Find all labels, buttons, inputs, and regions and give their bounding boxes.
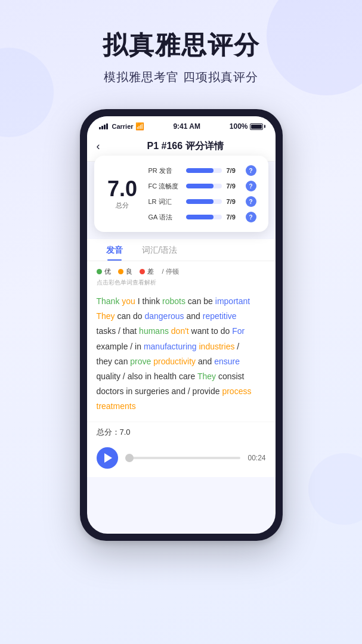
score-row: GA 语法 7/9 ?: [148, 212, 256, 222]
transcript-word: and: [196, 357, 214, 366]
battery-percent: 100%: [230, 122, 248, 131]
status-time: 9:41 AM: [173, 122, 200, 131]
transcript-word: /: [128, 342, 135, 351]
legend-dot: [97, 269, 102, 274]
score-row-label: FC 流畅度: [148, 182, 181, 191]
help-icon[interactable]: ?: [246, 196, 256, 207]
signal-bar-4: [106, 123, 108, 129]
transcript-word[interactable]: don't: [171, 326, 189, 336]
status-right: 100%: [230, 122, 264, 131]
help-icon[interactable]: ?: [246, 212, 256, 222]
legend-item: 优: [97, 267, 111, 276]
transcript-word[interactable]: humans: [139, 326, 169, 336]
score-row-label: GA 语法: [148, 213, 181, 222]
transcript-word: tasks: [97, 326, 116, 336]
legend-item: 良: [118, 267, 132, 276]
phone-container: Carrier 📶 9:41 AM 100% ‹ P1 #166 评分详情: [0, 97, 362, 559]
transcript-word[interactable]: prove: [130, 357, 151, 366]
transcript-word[interactable]: ensure: [214, 357, 240, 366]
status-left: Carrier 📶: [99, 122, 144, 131]
score-bar-container: [186, 215, 222, 219]
score-value: 7/9: [227, 198, 241, 205]
audio-progress-bar[interactable]: [125, 457, 241, 459]
score-card-inner: 7.0 总分 PR 发音 7/9 ? FC 流畅度 7/9 ? LR 词汇 7/…: [106, 165, 256, 222]
bottom-score: 总分：7.0: [87, 422, 276, 441]
transcript-word[interactable]: dangerous: [144, 311, 184, 321]
legend-dot: [140, 269, 145, 274]
transcript-word[interactable]: you: [122, 296, 135, 306]
transcript-word: want to do: [189, 326, 232, 336]
main-title: 拟真雅思评分: [12, 29, 350, 62]
transcript-word: and: [184, 311, 203, 321]
legend-row: 优良差/ 停顿: [87, 261, 276, 277]
legend-label: 差: [147, 267, 154, 276]
transcript-word[interactable]: For: [232, 326, 245, 336]
score-bar-fill: [186, 184, 214, 188]
transcript-word: they: [97, 357, 112, 366]
transcript-word[interactable]: robots: [162, 296, 185, 306]
transcript-word[interactable]: They: [97, 311, 115, 321]
total-score-section: 7.0 总分: [106, 178, 139, 210]
score-row: FC 流畅度 7/9 ?: [148, 181, 256, 191]
score-bar-fill: [186, 168, 214, 173]
header-section: 拟真雅思评分 模拟雅思考官 四项拟真评分: [0, 0, 362, 97]
tab-item[interactable]: 发音: [97, 239, 132, 261]
play-button[interactable]: [97, 447, 118, 469]
transcript-word[interactable]: important: [215, 296, 250, 306]
score-rows: PR 发音 7/9 ? FC 流畅度 7/9 ? LR 词汇 7/9 ? GA …: [148, 165, 256, 222]
transcript-word: can: [112, 357, 130, 366]
legend-label: 良: [126, 267, 132, 276]
tabs-row: 发音词汇/语法: [87, 239, 276, 261]
transcript-word[interactable]: treatments: [97, 401, 136, 411]
transcript-word: also: [128, 371, 143, 381]
score-value: 7/9: [227, 167, 241, 174]
signal-bar-3: [104, 125, 106, 129]
score-row-label: LR 词汇: [148, 197, 181, 206]
transcript-word: /: [234, 342, 239, 351]
transcript-word: that: [123, 326, 137, 336]
help-icon[interactable]: ?: [246, 181, 256, 191]
transcript-word: /: [116, 326, 123, 336]
transcript-word[interactable]: They: [197, 371, 216, 381]
page-title: P1 #166 评分详情: [105, 140, 266, 153]
score-value: 7/9: [227, 213, 241, 221]
transcript-word[interactable]: productivity: [153, 357, 196, 366]
transcript-word: in: [135, 342, 141, 351]
status-bar: Carrier 📶 9:41 AM 100%: [87, 116, 276, 134]
score-card: 7.0 总分 PR 发音 7/9 ? FC 流畅度 7/9 ? LR 词汇 7/…: [94, 156, 268, 232]
transcript-word: provide: [193, 386, 220, 396]
audio-thumb[interactable]: [125, 454, 134, 462]
score-value: 7/9: [227, 182, 241, 190]
signal-bar-2: [101, 126, 103, 129]
transcript-word[interactable]: repetitive: [203, 311, 237, 321]
legend-pause: / 停顿: [162, 267, 179, 276]
bottom-score-value: 7.0: [120, 428, 131, 436]
audio-player: 00:24: [87, 441, 276, 477]
transcript-word: I think: [135, 296, 162, 306]
transcript-word: doctors in surgeries and: [97, 386, 188, 396]
help-icon[interactable]: ?: [246, 165, 256, 176]
hint-text: 点击彩色单词查看解析: [87, 277, 276, 292]
transcript-word: example: [97, 342, 128, 351]
audio-time: 00:24: [247, 454, 265, 462]
transcript-word: quality: [97, 371, 120, 381]
battery-icon: [250, 123, 263, 130]
transcript[interactable]: Thank you I think robots can be importan…: [87, 292, 276, 422]
score-bar-fill: [186, 199, 214, 204]
score-row-label: PR 发音: [148, 166, 181, 175]
transcript-word[interactable]: industries: [199, 342, 235, 351]
score-bar-container: [186, 184, 222, 188]
phone-frame: Carrier 📶 9:41 AM 100% ‹ P1 #166 评分详情: [80, 109, 283, 541]
score-bar-container: [186, 168, 222, 173]
legend-dot: [118, 269, 123, 274]
back-button[interactable]: ‹: [97, 139, 105, 154]
transcript-word[interactable]: process: [220, 386, 252, 396]
transcript-word[interactable]: Thank: [97, 296, 120, 306]
tab-item[interactable]: 词汇/语法: [132, 239, 187, 261]
score-row: PR 发音 7/9 ?: [148, 165, 256, 176]
carrier-label: Carrier: [112, 123, 134, 130]
transcript-word[interactable]: manufacturing: [144, 342, 197, 351]
total-score-number: 7.0: [107, 178, 137, 200]
transcript-word: in health care: [143, 371, 197, 381]
play-icon: [104, 453, 112, 463]
